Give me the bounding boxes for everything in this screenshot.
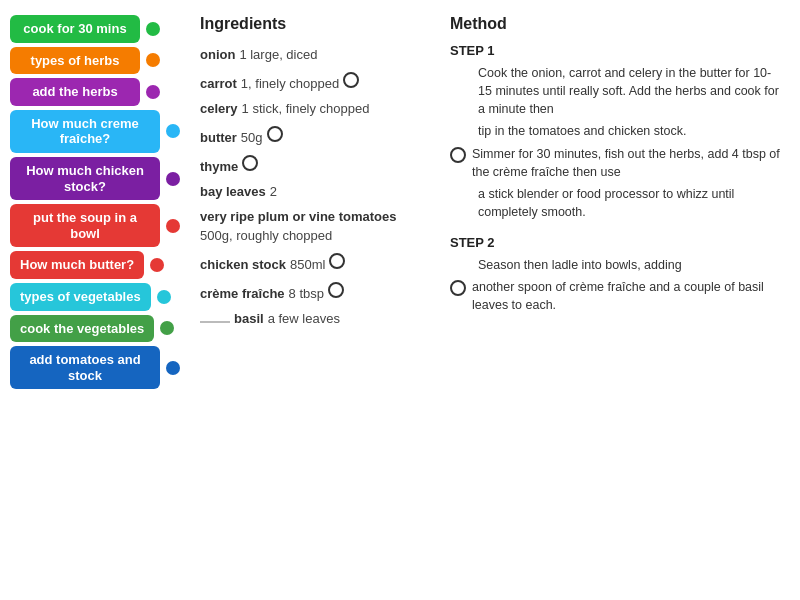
ingredient-name: crème fraîche [200,286,285,301]
label-dot-add-tomatoes-and-stock [166,361,180,375]
step-step-1: STEP 1Cook the onion, carrot and celery … [450,43,780,221]
label-item-cook-the-vegetables: cook the vegetables [10,315,180,343]
ingredient-name: butter [200,130,237,145]
ingredient-row: very ripe plum or vine tomatoes500g, rou… [200,209,430,243]
label-tag-types-of-herbs[interactable]: types of herbs [10,47,140,75]
label-tag-how-much-chicken-stock[interactable]: How much chicken stock? [10,157,160,200]
step-text: Season then ladle into bowls, adding [478,256,682,274]
method-column: Method STEP 1Cook the onion, carrot and … [440,15,790,585]
step-step-2: STEP 2Season then ladle into bowls, addi… [450,235,780,314]
label-dot-cook-the-vegetables [160,321,174,335]
ingredient-amount: 1 stick, finely chopped [242,101,370,116]
ingredient-name: thyme [200,159,238,174]
label-tag-cook-the-vegetables[interactable]: cook the vegetables [10,315,154,343]
label-tag-cook-for-30-mins[interactable]: cook for 30 mins [10,15,140,43]
ingredients-list: onion1 large, dicedcarrot1, finely chopp… [200,47,430,326]
step-title: STEP 1 [450,43,780,58]
ingredient-row: onion1 large, diced [200,47,430,62]
label-item-add-the-herbs: add the herbs [10,78,180,106]
step-paragraph: Cook the onion, carrot and celery in the… [450,64,780,118]
step-text: Simmer for 30 minutes, fish out the herb… [472,145,780,181]
step-paragraph: Simmer for 30 minutes, fish out the herb… [450,145,780,181]
label-item-how-much-creme-fraiche: How much creme fraîche? [10,110,180,153]
method-content: STEP 1Cook the onion, carrot and celery … [450,43,780,314]
label-item-put-the-soup-in-a-bowl: put the soup in a bowl [10,204,180,247]
ingredient-circle[interactable] [242,155,258,171]
ingredient-name: bay leaves [200,184,266,199]
method-title: Method [450,15,780,33]
ingredient-row: thyme [200,155,430,174]
step-paragraph: tip in the tomatoes and chicken stock. [450,122,780,140]
label-item-cook-for-30-mins: cook for 30 mins [10,15,180,43]
ingredient-row: basila few leaves [200,311,430,326]
label-dot-put-the-soup-in-a-bowl [166,219,180,233]
label-item-types-of-herbs: types of herbs [10,47,180,75]
ingredient-amount: 50g [241,130,263,145]
ingredient-name: basil [234,311,264,326]
label-item-add-tomatoes-and-stock: add tomatoes and stock [10,346,180,389]
ingredient-circle[interactable] [343,72,359,88]
ingredient-circle[interactable] [267,126,283,142]
label-dot-how-much-butter [150,258,164,272]
ingredient-name: chicken stock [200,257,286,272]
ingredients-title: Ingredients [200,15,430,33]
method-circle[interactable] [450,280,466,296]
ingredient-row: carrot1, finely chopped [200,72,430,91]
label-dot-cook-for-30-mins [146,22,160,36]
label-dot-add-the-herbs [146,85,160,99]
step-text: tip in the tomatoes and chicken stock. [478,122,686,140]
label-tag-add-the-herbs[interactable]: add the herbs [10,78,140,106]
label-item-types-of-vegetables: types of vegetables [10,283,180,311]
label-tag-how-much-butter[interactable]: How much butter? [10,251,144,279]
ingredient-amount: a few leaves [268,311,340,326]
labels-column: cook for 30 minstypes of herbsadd the he… [10,15,190,585]
step-text: Cook the onion, carrot and celery in the… [478,64,780,118]
step-paragraph: another spoon of crème fraîche and a cou… [450,278,780,314]
label-tag-types-of-vegetables[interactable]: types of vegetables [10,283,151,311]
basil-underline [200,321,230,323]
ingredients-column: Ingredients onion1 large, dicedcarrot1, … [190,15,440,585]
label-dot-types-of-herbs [146,53,160,67]
ingredient-name: celery [200,101,238,116]
ingredient-amount: 500g, roughly chopped [200,228,332,243]
ingredient-row: butter50g [200,126,430,145]
label-item-how-much-chicken-stock: How much chicken stock? [10,157,180,200]
step-paragraph: a stick blender or food processor to whi… [450,185,780,221]
ingredient-amount: 8 tbsp [289,286,324,301]
step-text: a stick blender or food processor to whi… [478,185,780,221]
ingredient-name: onion [200,47,235,62]
step-title: STEP 2 [450,235,780,250]
ingredient-row: crème fraîche8 tbsp [200,282,430,301]
label-tag-how-much-creme-fraiche[interactable]: How much creme fraîche? [10,110,160,153]
ingredient-row: bay leaves2 [200,184,430,199]
label-tag-add-tomatoes-and-stock[interactable]: add tomatoes and stock [10,346,160,389]
ingredient-name: carrot [200,76,237,91]
ingredient-amount: 1, finely chopped [241,76,339,91]
label-dot-types-of-vegetables [157,290,171,304]
ingredient-row: chicken stock850ml [200,253,430,272]
method-circle[interactable] [450,147,466,163]
ingredient-amount: 850ml [290,257,325,272]
step-text: another spoon of crème fraîche and a cou… [472,278,780,314]
ingredient-amount: 1 large, diced [239,47,317,62]
ingredient-circle[interactable] [328,282,344,298]
label-tag-put-the-soup-in-a-bowl[interactable]: put the soup in a bowl [10,204,160,247]
ingredient-row: celery1 stick, finely chopped [200,101,430,116]
label-dot-how-much-creme-fraiche [166,124,180,138]
ingredient-amount: 2 [270,184,277,199]
ingredient-circle[interactable] [329,253,345,269]
label-dot-how-much-chicken-stock [166,172,180,186]
label-item-how-much-butter: How much butter? [10,251,180,279]
ingredient-name: very ripe plum or vine tomatoes [200,209,397,224]
step-paragraph: Season then ladle into bowls, adding [450,256,780,274]
